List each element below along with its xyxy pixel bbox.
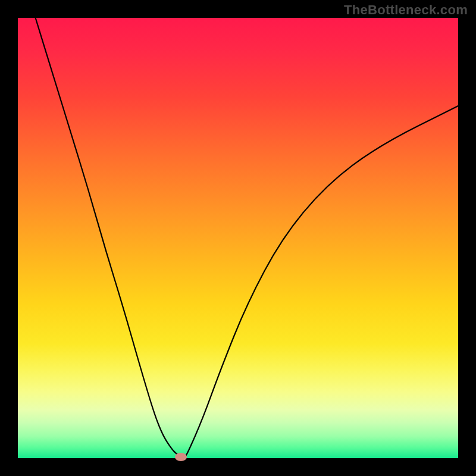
chart-frame: TheBottleneck.com: [0, 0, 476, 476]
bottleneck-curve: [18, 18, 458, 458]
optimal-point-marker: [175, 453, 187, 461]
attribution-text: TheBottleneck.com: [344, 2, 468, 18]
